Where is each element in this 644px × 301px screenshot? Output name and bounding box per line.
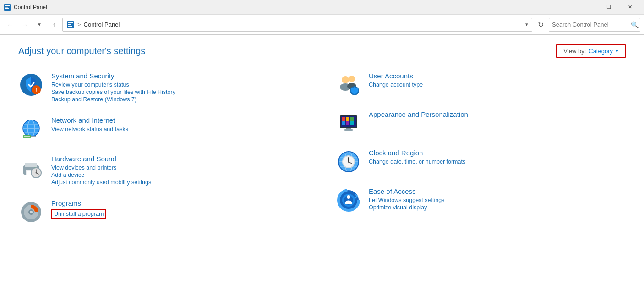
svg-rect-1 (5, 5, 10, 6)
restore-button[interactable]: ☐ (598, 0, 619, 15)
svg-rect-2 (5, 7, 8, 8)
minimize-button[interactable]: — (577, 0, 598, 15)
ease-access-link-1[interactable]: Optimize visual display (369, 204, 626, 211)
system-security-link-2[interactable]: Backup and Restore (Windows 7) (51, 96, 308, 103)
hardware-sound-link-2[interactable]: Adjust commonly used mobility settings (51, 179, 308, 186)
control-panel-icon (66, 21, 75, 29)
svg-point-35 (342, 76, 349, 83)
page-header: Adjust your computer's settings View by:… (18, 44, 626, 58)
svg-rect-46 (346, 121, 349, 125)
user-accounts-link-0[interactable]: Change account type (369, 82, 626, 88)
page-title: Adjust your computer's settings (18, 46, 145, 56)
close-button[interactable]: ✕ (619, 0, 640, 15)
main-content: Adjust your computer's settings View by:… (0, 35, 644, 301)
category-hardware-sound: Hardware and Sound View devices and prin… (18, 155, 308, 186)
user-accounts-icon (336, 72, 361, 98)
appearance-content: Appearance and Personalization (369, 110, 626, 120)
svg-rect-42 (342, 117, 345, 121)
category-system-security: ! System and Security Review your comput… (18, 72, 308, 104)
svg-rect-45 (342, 121, 345, 125)
svg-point-37 (349, 76, 355, 82)
network-internet-content: Network and Internet View network status… (51, 116, 308, 133)
ease-access-content: Ease of Access Let Windows suggest setti… (369, 187, 626, 212)
programs-link-0[interactable]: Uninstall a program (51, 209, 106, 219)
titlebar-icon (4, 4, 11, 11)
svg-rect-47 (350, 121, 354, 125)
address-path[interactable]: > Control Panel ▾ (62, 18, 532, 32)
svg-text:!: ! (35, 87, 37, 93)
search-icon: 🔍 (631, 21, 639, 28)
view-by-value: Category (589, 48, 613, 55)
system-security-link-0[interactable]: Review your computer's status (51, 82, 308, 88)
hardware-sound-content: Hardware and Sound View devices and prin… (51, 155, 308, 186)
address-path-text: Control Panel (84, 21, 120, 28)
network-internet-title[interactable]: Network and Internet (51, 116, 308, 124)
up-button[interactable]: ↑ (48, 18, 60, 31)
svg-rect-6 (68, 24, 71, 25)
category-clock-region: Clock and Region Change date, time, or n… (336, 149, 626, 175)
svg-rect-44 (350, 117, 354, 121)
hardware-sound-link-0[interactable]: View devices and printers (51, 164, 308, 171)
category-ease-access: Ease of Access Let Windows suggest setti… (336, 187, 626, 213)
appearance-title[interactable]: Appearance and Personalization (369, 110, 626, 118)
system-security-link-1[interactable]: Save backup copies of your files with Fi… (51, 89, 308, 95)
system-security-title[interactable]: System and Security (51, 72, 308, 80)
svg-rect-22 (25, 163, 37, 167)
clock-region-icon (336, 149, 361, 175)
user-accounts-title[interactable]: User Accounts (369, 72, 626, 80)
network-internet-link-0[interactable]: View network status and tasks (51, 126, 308, 132)
forward-button[interactable]: → (18, 18, 31, 31)
category-user-accounts: User Accounts Change account type (336, 72, 626, 98)
categories-right: User Accounts Change account type (336, 72, 626, 238)
search-box: 🔍 (549, 18, 640, 32)
ease-access-title[interactable]: Ease of Access (369, 187, 626, 195)
programs-icon (18, 199, 44, 225)
titlebar-controls: — ☐ ✕ (577, 0, 640, 15)
svg-rect-43 (346, 117, 349, 121)
programs-content: Programs Uninstall a program (51, 199, 308, 220)
clock-region-link-0[interactable]: Change date, time, or number formats (369, 159, 626, 165)
svg-point-34 (30, 211, 33, 213)
categories-left: ! System and Security Review your comput… (18, 72, 308, 238)
categories-grid: ! System and Security Review your comput… (18, 72, 626, 238)
svg-rect-5 (68, 22, 73, 23)
category-appearance: Appearance and Personalization (336, 110, 626, 136)
svg-rect-3 (5, 8, 9, 9)
view-by-arrow: ▾ (616, 48, 618, 54)
svg-rect-7 (68, 26, 72, 27)
ease-access-icon (336, 187, 361, 213)
hardware-sound-title[interactable]: Hardware and Sound (51, 155, 308, 163)
refresh-button[interactable]: ↻ (534, 18, 547, 31)
clock-region-content: Clock and Region Change date, time, or n… (369, 149, 626, 166)
system-security-content: System and Security Review your computer… (51, 72, 308, 104)
appearance-icon (336, 110, 361, 136)
titlebar: Control Panel — ☐ ✕ (0, 0, 644, 15)
svg-rect-20 (24, 136, 30, 137)
clock-region-title[interactable]: Clock and Region (369, 149, 626, 157)
view-by-label: View by: (563, 48, 586, 55)
system-security-icon: ! (18, 72, 44, 98)
svg-rect-49 (344, 129, 353, 131)
ease-access-link-0[interactable]: Let Windows suggest settings (369, 197, 626, 203)
addressbar: ← → ▼ ↑ > Control Panel ▾ ↻ 🔍 (0, 15, 644, 35)
svg-point-65 (347, 195, 350, 199)
programs-title[interactable]: Programs (51, 199, 308, 207)
back-button[interactable]: ← (4, 18, 16, 31)
category-programs: Programs Uninstall a program (18, 199, 308, 225)
titlebar-title: Control Panel (14, 4, 577, 11)
search-input[interactable] (552, 21, 629, 28)
dropdown-button[interactable]: ▼ (33, 18, 46, 31)
path-dropdown-arrow: ▾ (525, 22, 528, 27)
network-internet-icon (18, 116, 44, 142)
hardware-sound-link-1[interactable]: Add a device (51, 172, 308, 178)
view-by-control[interactable]: View by: Category ▾ (556, 44, 626, 58)
category-network-internet: Network and Internet View network status… (18, 116, 308, 142)
user-accounts-content: User Accounts Change account type (369, 72, 626, 89)
hardware-sound-icon (18, 155, 44, 181)
